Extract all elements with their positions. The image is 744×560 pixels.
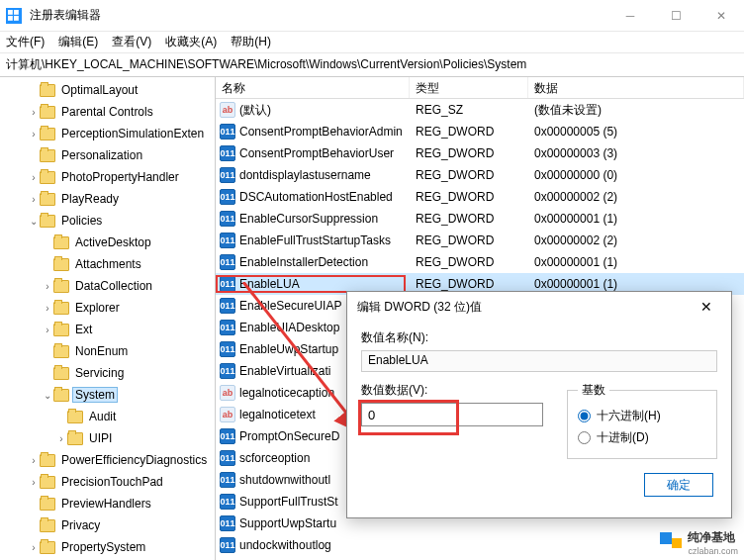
tree-item[interactable]: Attachments (0, 253, 215, 275)
chevron-icon[interactable]: › (28, 477, 40, 488)
value-name: EnableSecureUIAP (239, 299, 341, 313)
chevron-icon[interactable]: › (42, 325, 53, 335)
value-data: (数值未设置) (528, 102, 744, 119)
tree-item[interactable]: ActiveDesktop (0, 232, 215, 253)
value-name: legalnoticecaption (239, 386, 334, 400)
tree-item[interactable]: ›PrecisionTouchPad (0, 471, 215, 493)
tree-item[interactable]: OptimalLayout (0, 79, 215, 101)
value-data: 0x00000001 (1) (528, 255, 744, 269)
chevron-icon[interactable]: › (28, 542, 40, 553)
value-row[interactable]: 011DSCAutomationHostEnabledREG_DWORD0x00… (216, 186, 744, 208)
binary-value-icon: 011 (220, 537, 235, 553)
tree-item[interactable]: Privacy (0, 514, 215, 536)
value-row[interactable]: 011EnableInstallerDetectionREG_DWORD0x00… (216, 251, 744, 273)
value-type: REG_DWORD (410, 146, 528, 160)
tree-item-label: UIPI (87, 431, 114, 445)
tree-item[interactable]: Audit (0, 406, 215, 427)
tree-item[interactable]: ›PhotoPropertyHandler (0, 166, 215, 188)
tree-item[interactable]: ⌄Policies (0, 210, 215, 232)
binary-value-icon: 011 (220, 233, 235, 248)
chevron-icon[interactable]: › (28, 194, 40, 205)
value-name: EnableUIADesktop (239, 321, 339, 334)
tree-item-label: NonEnum (73, 344, 130, 358)
tree-item[interactable]: ›DataCollection (0, 275, 215, 297)
value-row[interactable]: 011EnableCursorSuppressionREG_DWORD0x000… (216, 208, 744, 230)
menu-edit[interactable]: 编辑(E) (58, 34, 98, 50)
tree-item-label: Policies (59, 214, 104, 228)
tree-item-label: PhotoPropertyHandler (59, 170, 181, 184)
tree-item[interactable]: ›Explorer (0, 297, 215, 319)
binary-value-icon: 011 (220, 515, 235, 531)
binary-value-icon: 011 (220, 167, 235, 183)
tree-item[interactable]: PreviewHandlers (0, 493, 215, 514)
col-name-header[interactable]: 名称 (216, 77, 410, 98)
menu-help[interactable]: 帮助(H) (231, 34, 271, 50)
value-row[interactable]: 011dontdisplaylastusernameREG_DWORD0x000… (216, 164, 744, 186)
svg-rect-0 (8, 10, 13, 15)
chevron-icon[interactable]: ⌄ (42, 390, 53, 401)
folder-icon (53, 367, 69, 380)
chevron-icon[interactable]: › (55, 433, 67, 444)
watermark: 纯净基地 czlaban.com (660, 529, 738, 556)
tree-item[interactable]: Personalization (0, 144, 215, 166)
folder-icon (53, 236, 69, 249)
value-row[interactable]: 011ConsentPromptBehaviorUserREG_DWORD0x0… (216, 142, 744, 164)
tree-item[interactable]: Servicing (0, 362, 215, 384)
folder-icon (40, 498, 55, 511)
tree-item[interactable]: ›PropertySystem (0, 536, 215, 558)
close-button[interactable]: ✕ (698, 0, 744, 32)
tree-item[interactable]: ›Parental Controls (0, 101, 215, 123)
col-data-header[interactable]: 数据 (528, 77, 744, 98)
list-header: 名称 类型 数据 (216, 77, 744, 99)
base-fieldset: 基数 十六进制(H) 十进制(D) (567, 382, 717, 459)
tree-item-label: Personalization (59, 148, 144, 162)
value-name-label: 数值名称(N): (361, 329, 717, 346)
value-name: shutdownwithoutl (239, 473, 330, 487)
value-row[interactable]: ab(默认)REG_SZ(数值未设置) (216, 99, 744, 121)
chevron-icon[interactable]: › (28, 129, 40, 140)
tree-item-label: ActiveDesktop (73, 235, 153, 249)
value-row[interactable]: 011EnableFullTrustStartupTasksREG_DWORD0… (216, 230, 744, 251)
menu-favorites[interactable]: 收藏夹(A) (165, 34, 217, 50)
binary-value-icon: 011 (220, 124, 235, 140)
address-bar[interactable]: 计算机\HKEY_LOCAL_MACHINE\SOFTWARE\Microsof… (0, 53, 744, 77)
binary-value-icon: 011 (220, 254, 235, 270)
value-type: REG_DWORD (410, 233, 528, 247)
chevron-icon[interactable]: › (28, 172, 40, 183)
tree-item[interactable]: NonEnum (0, 340, 215, 362)
radio-dec[interactable]: 十进制(D) (578, 426, 706, 448)
folder-icon (67, 432, 83, 445)
tree-item-label: Ext (73, 323, 94, 336)
minimize-button[interactable]: ─ (607, 0, 653, 32)
dialog-close-button[interactable]: ✕ (692, 292, 721, 322)
value-row[interactable]: 011ConsentPromptBehaviorAdminREG_DWORD0x… (216, 121, 744, 142)
ok-button[interactable]: 确定 (644, 473, 713, 497)
value-data: 0x00000003 (3) (528, 146, 744, 160)
tree-item[interactable]: ›PowerEfficiencyDiagnostics (0, 449, 215, 471)
tree-item[interactable]: ⌄System (0, 384, 215, 406)
folder-icon (40, 454, 55, 467)
value-data-input[interactable] (361, 403, 543, 426)
tree-item[interactable]: ›UIPI (0, 427, 215, 449)
chevron-icon[interactable]: ⌄ (28, 216, 40, 227)
menubar: 文件(F) 编辑(E) 查看(V) 收藏夹(A) 帮助(H) (0, 32, 744, 53)
tree-item[interactable]: ›Ext (0, 319, 215, 340)
maximize-button[interactable]: ☐ (653, 0, 698, 32)
chevron-icon[interactable]: › (42, 303, 53, 314)
value-name: EnableInstallerDetection (239, 255, 368, 269)
col-type-header[interactable]: 类型 (410, 77, 528, 98)
value-data: 0x00000001 (1) (528, 212, 744, 226)
tree-item[interactable]: ›PerceptionSimulationExten (0, 123, 215, 144)
folder-icon (40, 193, 55, 206)
menu-file[interactable]: 文件(F) (6, 34, 45, 50)
radio-hex[interactable]: 十六进制(H) (578, 405, 706, 426)
value-type: REG_DWORD (410, 168, 528, 182)
menu-view[interactable]: 查看(V) (112, 34, 151, 50)
chevron-icon[interactable]: › (42, 281, 53, 292)
value-type: REG_DWORD (410, 190, 528, 204)
chevron-icon[interactable]: › (28, 455, 40, 466)
tree-item[interactable]: ›PlayReady (0, 188, 215, 210)
binary-value-icon: 011 (220, 145, 235, 161)
tree-panel[interactable]: OptimalLayout›Parental Controls›Percepti… (0, 77, 216, 560)
chevron-icon[interactable]: › (28, 107, 40, 118)
